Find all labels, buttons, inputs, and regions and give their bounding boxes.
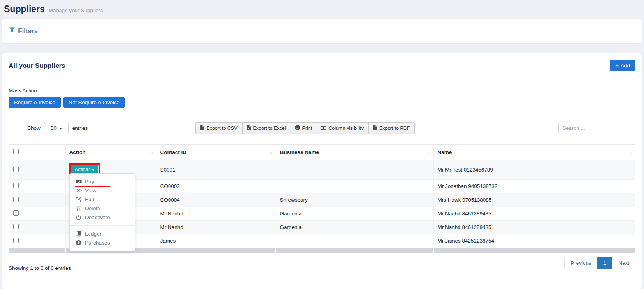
add-button[interactable]: Add xyxy=(610,60,635,71)
row-checkbox[interactable] xyxy=(13,238,19,243)
column-visibility-button[interactable]: Column visibility xyxy=(317,122,369,134)
page-subtitle: Manage your Suppliers xyxy=(49,7,103,13)
export-pdf-button[interactable]: Export to PDF xyxy=(368,122,415,134)
export-excel-button[interactable]: Export to Excel xyxy=(242,122,291,134)
name-cell: Mr Mr Test 0123456789 xyxy=(433,160,635,180)
business-name-cell: Gardenia xyxy=(276,207,433,220)
business-name-cell xyxy=(276,160,433,180)
row-checkbox[interactable] xyxy=(13,197,19,202)
export-csv-button[interactable]: Export to CSV xyxy=(195,122,242,134)
menu-item-ledger[interactable]: Ledger xyxy=(70,229,135,238)
edit-icon xyxy=(75,197,82,202)
row-checkbox[interactable] xyxy=(13,210,19,216)
column-visibility-icon xyxy=(321,126,326,131)
annotation-pay-underline xyxy=(75,186,110,187)
export-button-group: Export to CSV Export to Excel Print Colu… xyxy=(195,122,415,134)
column-header-action[interactable]: Action xyxy=(65,145,156,160)
sort-icon[interactable] xyxy=(270,150,272,155)
filter-funnel-icon xyxy=(9,27,15,35)
show-label: Show xyxy=(27,125,41,131)
contact-id-cell: James xyxy=(156,234,276,248)
panel-title: All your Suppliers xyxy=(9,60,65,70)
contact-id-cell: CO0004 xyxy=(156,193,276,207)
search-input[interactable] xyxy=(558,122,635,134)
plus-icon xyxy=(615,62,619,69)
power-icon xyxy=(75,215,82,220)
column-header-name[interactable]: Name xyxy=(433,145,635,160)
cash-icon xyxy=(75,179,82,184)
print-icon xyxy=(295,125,300,131)
column-header-contact-id[interactable]: Contact ID xyxy=(156,145,276,160)
name-cell: Mr James 84251236754 xyxy=(433,234,635,248)
business-name-cell: Gardenia xyxy=(276,220,433,234)
suppliers-page: Suppliers Manage your Suppliers Filters … xyxy=(0,0,644,289)
entries-select[interactable]: 50 xyxy=(44,122,69,134)
pagination: Previous 1 Next xyxy=(564,257,635,269)
menu-item-delete[interactable]: Delete xyxy=(70,204,135,213)
page-header: Suppliers Manage your Suppliers xyxy=(2,0,642,19)
row-checkbox[interactable] xyxy=(13,224,19,229)
select-all-checkbox[interactable] xyxy=(13,149,19,154)
sort-icon[interactable] xyxy=(629,150,632,155)
name-cell: Mr Nanhd 8461289435 xyxy=(433,207,635,220)
table-header-row: Action Contact ID Business Name Nam xyxy=(9,145,635,160)
menu-item-pay[interactable]: Pay xyxy=(70,177,135,186)
column-header-business-name[interactable]: Business Name xyxy=(276,145,433,160)
name-cell: Mr Jonathan 9405138732 xyxy=(433,179,635,193)
row-checkbox[interactable] xyxy=(13,183,19,188)
menu-item-edit[interactable]: Edit xyxy=(70,195,135,204)
business-name-cell xyxy=(276,179,433,193)
eye-icon xyxy=(75,188,82,193)
entries-label: entries xyxy=(72,125,88,131)
require-einvoice-button[interactable]: Require e-Invoice xyxy=(9,97,61,108)
caret-down-icon xyxy=(92,167,95,173)
table-info: Showing 1 to 6 of 6 entries xyxy=(9,265,71,272)
pagination-next-button[interactable]: Next xyxy=(612,257,635,269)
contact-id-cell: Mr Nanhd xyxy=(156,220,276,234)
suppliers-table: Action Contact ID Business Name Nam xyxy=(9,144,635,253)
pagination-previous-button[interactable]: Previous xyxy=(564,257,598,269)
chevron-down-icon xyxy=(60,125,62,131)
print-button[interactable]: Print xyxy=(291,122,318,134)
sort-icon[interactable] xyxy=(427,150,430,155)
business-name-cell: Shrewsbury xyxy=(276,193,433,207)
contact-id-cell: CO0003 xyxy=(156,179,276,193)
actions-dropdown-menu: Pay View Edit xyxy=(69,173,135,251)
page-title: Suppliers xyxy=(4,4,45,14)
business-name-cell xyxy=(276,234,433,248)
trash-icon xyxy=(75,206,82,211)
file-excel-icon xyxy=(247,125,251,131)
page-length-control: Show 50 entries xyxy=(27,122,88,134)
menu-item-purchases[interactable]: Purchases xyxy=(70,238,135,247)
pagination-page-1-button[interactable]: 1 xyxy=(597,257,613,269)
purchases-icon xyxy=(75,240,82,246)
ledger-icon xyxy=(75,231,82,237)
not-require-einvoice-button[interactable]: Not Require e-Invoice xyxy=(63,97,125,108)
menu-item-view[interactable]: View xyxy=(70,186,135,195)
filters-title: Filters xyxy=(18,27,38,35)
sort-icon[interactable] xyxy=(150,150,153,155)
row-checkbox[interactable] xyxy=(13,167,19,172)
file-pdf-icon xyxy=(373,125,377,131)
name-cell: Mr Nanhd 8461289435 xyxy=(433,220,635,234)
contact-id-cell: Mr Nanhd xyxy=(156,207,276,220)
contact-id-cell: S0001 xyxy=(156,160,276,180)
file-csv-icon xyxy=(200,125,204,131)
name-cell: Mrs Hawk 9705138085 xyxy=(433,193,635,207)
mass-action-label: Mass Action: xyxy=(9,88,635,94)
suppliers-panel: All your Suppliers Add Mass Action: Requ… xyxy=(2,53,642,289)
menu-divider xyxy=(70,225,135,226)
filters-panel[interactable]: Filters xyxy=(2,19,642,43)
menu-item-deactivate[interactable]: Deactivate xyxy=(70,213,135,222)
